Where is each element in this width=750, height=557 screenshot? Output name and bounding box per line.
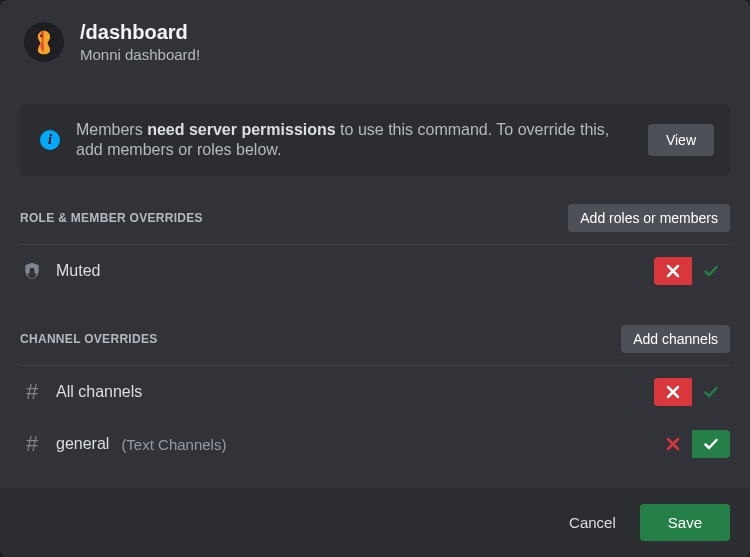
command-permissions-modal: /dashboard Monni dashboard! i Members ne… <box>0 0 750 557</box>
view-button[interactable]: View <box>648 124 714 156</box>
svg-point-0 <box>40 35 42 37</box>
allow-toggle[interactable] <box>692 378 730 406</box>
permission-toggle <box>654 257 730 285</box>
hash-icon: # <box>20 433 44 455</box>
info-icon: i <box>40 130 60 150</box>
channels-section-header: CHANNEL OVERRIDES Add channels <box>20 325 730 353</box>
allow-toggle[interactable] <box>692 257 730 285</box>
info-text: Members need server permissions to use t… <box>76 120 632 160</box>
roles-section-header: ROLE & MEMBER OVERRIDES Add roles or mem… <box>20 204 730 232</box>
roles-section-label: ROLE & MEMBER OVERRIDES <box>20 211 203 225</box>
channel-override-row: # All channels <box>20 366 730 418</box>
channel-category: (Text Channels) <box>121 436 226 453</box>
shield-icon <box>20 261 44 281</box>
permission-toggle <box>654 430 730 458</box>
channel-name: general <box>56 435 109 453</box>
cancel-button[interactable]: Cancel <box>569 514 616 531</box>
modal-footer: Cancel Save <box>0 488 750 557</box>
channels-section-label: CHANNEL OVERRIDES <box>20 332 158 346</box>
hash-icon: # <box>20 381 44 403</box>
role-override-row: Muted <box>20 245 730 297</box>
channel-name: All channels <box>56 383 142 401</box>
modal-header: /dashboard Monni dashboard! <box>0 0 750 82</box>
channel-override-row: # general (Text Channels) <box>20 418 730 470</box>
permission-toggle <box>654 378 730 406</box>
command-title: /dashboard <box>80 20 200 44</box>
monni-icon <box>30 28 58 56</box>
add-channels-button[interactable]: Add channels <box>621 325 730 353</box>
allow-toggle[interactable] <box>692 430 730 458</box>
role-name: Muted <box>56 262 100 280</box>
deny-toggle[interactable] <box>654 430 692 458</box>
save-button[interactable]: Save <box>640 504 730 541</box>
command-subtitle: Monni dashboard! <box>80 46 200 64</box>
deny-toggle[interactable] <box>654 257 692 285</box>
app-avatar <box>24 22 64 62</box>
permissions-info-banner: i Members need server permissions to use… <box>20 104 730 176</box>
add-roles-button[interactable]: Add roles or members <box>568 204 730 232</box>
deny-toggle[interactable] <box>654 378 692 406</box>
